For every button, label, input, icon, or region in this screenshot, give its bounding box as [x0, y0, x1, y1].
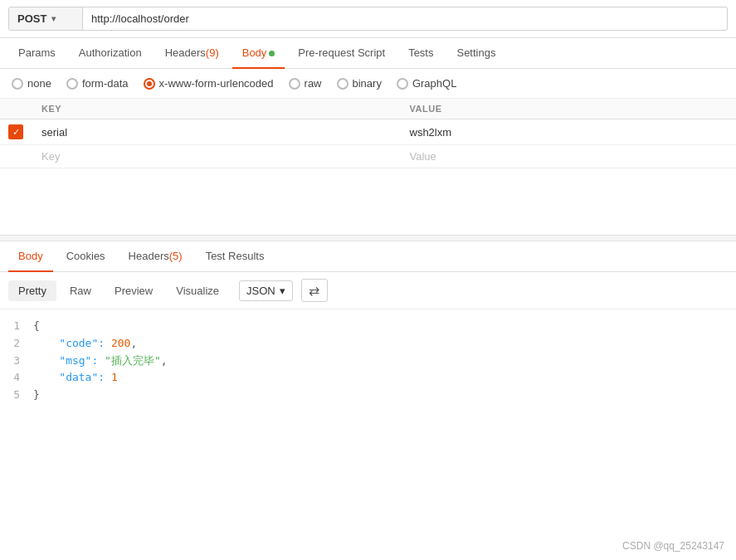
request-tabs: Params Authorization Headers(9) Body Pre… [0, 38, 736, 69]
resp-headers-badge: (5) [169, 250, 183, 262]
tab-headers[interactable]: Headers(9) [155, 38, 229, 69]
tab-tests[interactable]: Tests [398, 38, 443, 69]
table-row: ✓ serial wsh2lxm [0, 119, 736, 145]
footer: CSDN @qq_25243147 [622, 540, 724, 552]
format-btn-raw[interactable]: Raw [60, 280, 101, 301]
wrap-icon: ⇄ [309, 283, 319, 299]
body-type-row: none form-data x-www-form-urlencoded raw… [0, 69, 736, 99]
code-content-4: "data": 1 [33, 369, 118, 387]
resp-tab-body[interactable]: Body [8, 241, 53, 272]
body-dot [269, 51, 275, 56]
line-num-5: 5 [0, 387, 33, 404]
code-line-3: 3 "msg": "插入完毕", [0, 353, 736, 370]
checkbox-checked[interactable]: ✓ [8, 124, 23, 139]
response-section: Body Cookies Headers(5) Test Results Pre… [0, 241, 736, 412]
radio-circle-binary [337, 78, 349, 90]
format-select[interactable]: JSON ▾ [239, 280, 293, 301]
tab-params[interactable]: Params [8, 38, 66, 69]
tab-prerequest[interactable]: Pre-request Script [288, 38, 395, 69]
value-placeholder: Value [410, 150, 436, 163]
code-line-5: 5 } [0, 387, 736, 404]
code-line-4: 4 "data": 1 [0, 369, 736, 387]
headers-badge: (9) [206, 46, 219, 59]
table-row-placeholder: Key Value [0, 145, 736, 168]
url-bar: POST ▾ [0, 0, 736, 38]
code-area: 1 { 2 "code": 200, 3 "msg": "插入完毕", 4 "d… [0, 309, 736, 412]
code-content-3: "msg": "插入完毕", [33, 353, 168, 370]
line-num-2: 2 [0, 335, 33, 353]
format-btn-visualize[interactable]: Visualize [166, 280, 229, 301]
key-placeholder: Key [41, 150, 60, 163]
code-line-2: 2 "code": 200, [0, 335, 736, 353]
format-row: Pretty Raw Preview Visualize JSON ▾ ⇄ [0, 272, 736, 309]
tab-settings[interactable]: Settings [446, 38, 505, 69]
col-key: KEY [33, 99, 402, 119]
radio-circle-none [12, 78, 23, 90]
radio-form-data[interactable]: form-data [66, 77, 129, 90]
method-chevron: ▾ [51, 14, 56, 23]
method-label: POST [17, 12, 46, 25]
radio-x-www[interactable]: x-www-form-urlencoded [144, 77, 274, 90]
row-placeholder-checkbox [0, 145, 33, 168]
response-tabs: Body Cookies Headers(5) Test Results [0, 241, 736, 272]
row-placeholder-value[interactable]: Value [402, 145, 737, 168]
wrap-button[interactable]: ⇄ [301, 279, 328, 302]
row-key-cell[interactable]: serial [33, 119, 402, 145]
code-content-5: } [33, 387, 40, 404]
footer-text: CSDN @qq_25243147 [622, 540, 724, 552]
col-value: VALUE [402, 99, 737, 119]
request-spacer [0, 168, 736, 235]
radio-circle-x-www [144, 78, 155, 90]
line-num-1: 1 [0, 318, 33, 335]
row-placeholder-key[interactable]: Key [33, 145, 402, 168]
radio-circle-form-data [66, 78, 78, 90]
code-line-1: 1 { [0, 318, 736, 335]
resp-tab-testresults[interactable]: Test Results [196, 241, 275, 272]
format-btn-preview[interactable]: Preview [105, 280, 163, 301]
resp-tab-cookies[interactable]: Cookies [56, 241, 115, 272]
method-select[interactable]: POST ▾ [8, 7, 83, 31]
url-input[interactable] [83, 7, 728, 31]
format-select-value: JSON [246, 285, 275, 297]
line-num-3: 3 [0, 353, 33, 370]
code-content-1: { [33, 318, 40, 335]
format-select-chevron: ▾ [280, 285, 285, 297]
radio-graphql[interactable]: GraphQL [397, 77, 456, 90]
kv-table: KEY VALUE ✓ serial wsh2lxm Key Value [0, 99, 736, 168]
radio-circle-graphql [397, 78, 408, 90]
radio-circle-raw [289, 78, 300, 90]
resp-tab-headers[interactable]: Headers(5) [119, 241, 193, 272]
section-separator [0, 235, 736, 241]
radio-none[interactable]: none [12, 77, 51, 90]
radio-binary[interactable]: binary [337, 77, 382, 90]
radio-raw[interactable]: raw [289, 77, 322, 90]
row-value-cell[interactable]: wsh2lxm [402, 119, 737, 145]
format-btn-pretty[interactable]: Pretty [8, 280, 56, 301]
tab-authorization[interactable]: Authorization [69, 38, 152, 69]
row-checkbox-cell: ✓ [0, 119, 33, 145]
col-checkbox [0, 99, 33, 119]
code-content-2: "code": 200, [33, 335, 137, 353]
line-num-4: 4 [0, 369, 33, 387]
tab-body[interactable]: Body [232, 38, 285, 69]
